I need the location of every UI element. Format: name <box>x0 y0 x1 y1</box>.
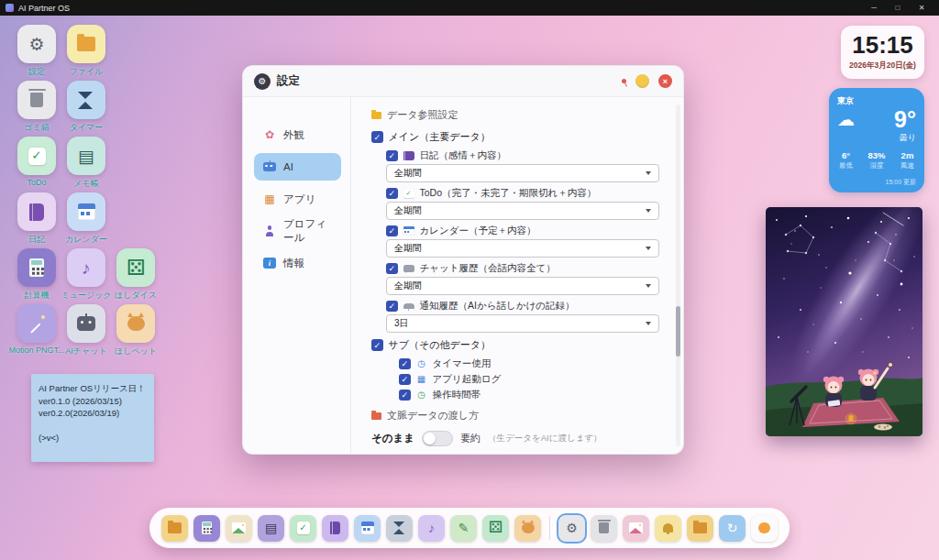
sidebar-item-profile[interactable]: プロフィール <box>254 217 341 245</box>
period-dropdown[interactable]: 全期間 <box>386 202 659 220</box>
dock-diary[interactable] <box>322 515 348 542</box>
desktop-icon-label: ToDo <box>27 178 46 187</box>
item-checkbox[interactable] <box>386 150 398 162</box>
folder-icon <box>371 412 381 420</box>
desktop-icon-settings[interactable]: 設定 <box>13 25 61 81</box>
desktop-icon-label: ほしペット <box>115 346 157 357</box>
desktop-icon-label: 設定 <box>28 66 45 78</box>
app-glyph-icon <box>489 520 503 536</box>
dock-notes[interactable] <box>450 515 477 542</box>
chevron-down-icon <box>646 247 651 250</box>
context-mode-toggle[interactable] <box>422 431 453 446</box>
sidebar-item-ai[interactable]: AI <box>254 153 341 181</box>
dock-hoshidice[interactable] <box>482 515 509 542</box>
dock-notifications[interactable] <box>655 515 681 542</box>
scrollbar-track[interactable] <box>676 104 680 446</box>
item-icon <box>416 390 427 400</box>
dock-sync[interactable] <box>719 515 746 542</box>
desktop-icon-grid-bottom: 計算機 ミュージック ほしダイス Motion PNGT... <box>13 248 160 360</box>
sidebar-item-appearance[interactable]: 外観 <box>254 121 341 148</box>
taskbar-maximize-icon[interactable] <box>886 0 910 16</box>
weather-temp: 9° <box>894 108 916 131</box>
desktop-icon-aichat[interactable]: AIチャット <box>62 304 110 360</box>
dock-music[interactable] <box>418 515 445 542</box>
pin-icon[interactable] <box>622 79 627 84</box>
app-glyph-icon <box>265 522 277 534</box>
app-glyph-icon <box>78 148 94 165</box>
item-checkbox[interactable] <box>386 188 398 200</box>
desktop-icon-hoshidice[interactable]: ほしダイス <box>112 248 160 304</box>
desktop-icon-label: ほしダイス <box>115 290 157 302</box>
item-label: 通知履歴（AIから話しかけの記録） <box>420 300 575 313</box>
item-checkbox[interactable] <box>399 374 411 386</box>
item-checkbox[interactable] <box>386 301 398 313</box>
close-button[interactable] <box>658 74 672 88</box>
sidebar-item-apps[interactable]: アプリ <box>254 185 341 213</box>
sticky-note-line: ver0.2.0(2026/03/19) <box>39 407 147 420</box>
app-glyph-icon <box>78 203 95 220</box>
toggle-left-label: そのまま <box>371 432 414 445</box>
sticky-note-line: (>v<) <box>39 432 147 445</box>
desktop-icon-music[interactable]: ミュージック <box>62 248 110 304</box>
item-checkbox[interactable] <box>386 225 398 237</box>
app-glyph-icon <box>629 522 643 533</box>
desktop-icon-calculator[interactable]: 計算機 <box>13 248 61 304</box>
desktop-icon-todo[interactable]: ToDo <box>13 137 61 192</box>
window-titlebar[interactable]: 設定 <box>243 66 683 97</box>
taskbar-close-icon[interactable] <box>910 0 933 16</box>
dock-status[interactable] <box>751 515 778 542</box>
dock-timer[interactable] <box>386 515 413 542</box>
desktop-icon-memo[interactable]: メモ帳 <box>62 137 110 192</box>
sticky-note[interactable]: AI Partner OSリリース日！ver0.1.0 (2026/03/15)… <box>31 374 154 462</box>
period-dropdown[interactable]: 3日 <box>386 314 659 333</box>
sub-group-checkbox[interactable] <box>371 339 383 351</box>
weather-updated: 15:00 更新 <box>837 178 916 187</box>
dock-hoshipet[interactable] <box>514 515 541 542</box>
desktop-icon-hoshipet[interactable]: ほしペット <box>112 304 160 360</box>
data-item-diary: 日記（感情＋内容） 全期間 <box>371 149 659 182</box>
item-icon <box>416 375 427 384</box>
period-dropdown[interactable]: 全期間 <box>386 164 659 182</box>
period-dropdown[interactable]: 全期間 <box>386 239 659 258</box>
desktop-icon-diary[interactable]: 日記 <box>13 192 61 248</box>
item-checkbox[interactable] <box>399 358 411 370</box>
main-group-checkbox[interactable] <box>371 131 383 143</box>
sidebar-item-icon <box>263 225 276 236</box>
toggle-knob <box>424 433 436 445</box>
period-dropdown[interactable]: 全期間 <box>386 277 659 295</box>
taskbar-minimize-icon[interactable] <box>862 0 886 16</box>
window-title: 設定 <box>277 73 300 89</box>
minimize-button[interactable] <box>635 74 649 88</box>
dock-todo[interactable] <box>290 515 316 542</box>
desktop-icon-timer[interactable]: タイマー <box>62 81 110 137</box>
desktop-icon-motionpng[interactable]: Motion PNGT... <box>13 304 61 360</box>
desktop-icon-trash[interactable]: ゴミ箱 <box>13 81 61 137</box>
dock-calculator[interactable] <box>193 515 220 542</box>
dock-files[interactable] <box>161 515 188 542</box>
dock-settings[interactable] <box>558 515 585 542</box>
sidebar-item-label: 外観 <box>283 128 304 142</box>
app-glyph-icon <box>297 522 310 534</box>
desktop-icon-label: ゴミ箱 <box>24 122 49 134</box>
item-checkbox[interactable] <box>399 390 411 401</box>
sidebar-item-info[interactable]: 情報 <box>254 249 341 277</box>
app-glyph-icon <box>693 522 707 533</box>
scrollbar-thumb[interactable] <box>676 306 680 357</box>
dock-memo[interactable] <box>258 515 284 542</box>
desktop-icon-files[interactable]: ファイル <box>62 25 110 81</box>
context-header: 文脈データの渡し方 <box>371 409 659 423</box>
dock-folder[interactable] <box>687 515 713 542</box>
sidebar-item-label: 情報 <box>283 257 304 270</box>
app-glyph-icon <box>599 522 609 533</box>
item-icon <box>416 359 427 368</box>
dock-calendar[interactable] <box>354 515 381 542</box>
app-glyph-icon <box>168 522 182 533</box>
item-checkbox[interactable] <box>386 263 398 275</box>
dock-trash[interactable] <box>591 515 617 542</box>
dock-photos[interactable] <box>623 515 649 542</box>
app-glyph-icon <box>522 522 535 533</box>
app-glyph-icon <box>727 522 738 534</box>
dock-gallery[interactable] <box>226 515 252 542</box>
screen: AI Partner OS 設定 ファイル <box>0 0 939 560</box>
desktop-icon-calendar[interactable]: カレンダー <box>62 192 110 248</box>
